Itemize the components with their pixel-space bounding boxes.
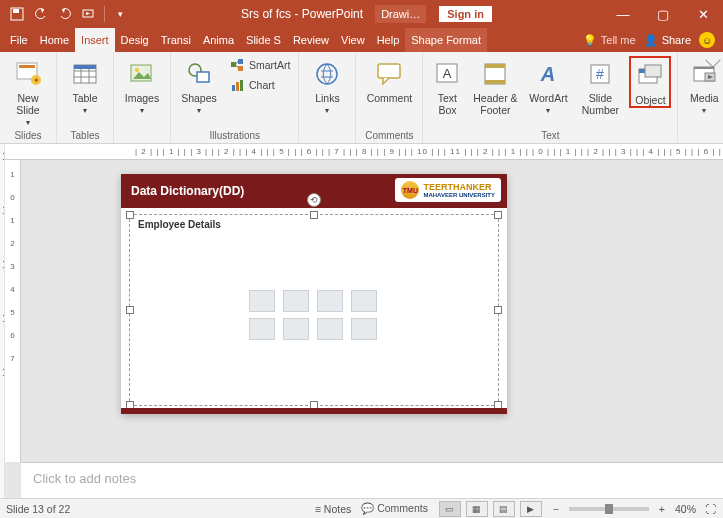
- group-illustrations-label: Illustrations: [177, 128, 292, 141]
- wordart-button[interactable]: A WordArt ▾: [525, 56, 571, 115]
- notes-pane[interactable]: Click to add notes: [21, 462, 723, 498]
- titlebar: ▾ Srs of fcs - PowerPoint Drawi… Sign in…: [0, 0, 723, 28]
- tab-home[interactable]: Home: [34, 28, 75, 52]
- fit-to-window-button[interactable]: ⛶: [706, 503, 717, 515]
- current-slide[interactable]: Data Dictionary(DD) TMU TEERTHANKERMAHAV…: [121, 174, 507, 414]
- vertical-ruler[interactable]: 101234567: [5, 160, 21, 462]
- insert-smartart-icon[interactable]: [317, 290, 343, 312]
- sign-in-button[interactable]: Sign in: [438, 5, 493, 23]
- zoom-out-button[interactable]: −: [553, 503, 559, 515]
- insert-table-icon[interactable]: [249, 290, 275, 312]
- object-button[interactable]: Object: [629, 56, 671, 108]
- notes-toggle[interactable]: ≡ Notes: [315, 503, 351, 515]
- selection-handle-mr[interactable]: [494, 306, 502, 314]
- tab-review[interactable]: Review: [287, 28, 335, 52]
- slide-counter[interactable]: Slide 13 of 22: [6, 503, 70, 515]
- window-controls: — ▢ ✕: [603, 0, 723, 28]
- smartart-icon: [229, 57, 245, 73]
- comments-toggle[interactable]: 💬 Comments: [361, 502, 428, 515]
- minimize-button[interactable]: —: [603, 0, 643, 28]
- tell-me-button[interactable]: 💡 Tell me: [583, 34, 636, 47]
- text-box-button[interactable]: A Text Box: [429, 56, 465, 116]
- undo-icon[interactable]: [30, 3, 52, 25]
- header-footer-button[interactable]: Header & Footer: [471, 56, 519, 116]
- close-button[interactable]: ✕: [683, 0, 723, 28]
- status-bar: Slide 13 of 22 ≡ Notes 💬 Comments ▭ ▦ ▤ …: [0, 498, 723, 518]
- reading-view-button[interactable]: ▤: [493, 501, 515, 517]
- media-button[interactable]: Media ▾: [684, 56, 723, 115]
- new-slide-button[interactable]: ✦ New Slide ▾: [6, 56, 50, 127]
- zoom-knob[interactable]: [605, 504, 613, 514]
- svg-rect-26: [378, 64, 400, 78]
- insert-icon-icon[interactable]: [351, 318, 377, 340]
- zoom-in-button[interactable]: +: [659, 503, 665, 515]
- chart-button[interactable]: Chart: [227, 76, 292, 94]
- insert-picture-icon[interactable]: [249, 318, 275, 340]
- document-title: Srs of fcs - PowerPoint: [241, 7, 363, 21]
- share-button[interactable]: 👤 Share: [644, 34, 691, 47]
- table-button[interactable]: Table ▾: [63, 56, 107, 115]
- tab-help[interactable]: Help: [371, 28, 406, 52]
- selection-handle-ml[interactable]: [126, 306, 134, 314]
- selection-handle-tl[interactable]: [126, 211, 134, 219]
- tab-slideshow[interactable]: Slide S: [240, 28, 287, 52]
- horizontal-ruler[interactable]: | 2 | | | 1 | | | 3 | | | 2 | | | 4 | | …: [5, 144, 723, 160]
- slide-canvas[interactable]: Data Dictionary(DD) TMU TEERTHANKERMAHAV…: [21, 160, 723, 462]
- slide-number-button[interactable]: # Slide Number: [577, 56, 623, 116]
- images-label: Images: [125, 92, 159, 104]
- editor-area: | 2 | | | 1 | | | 3 | | | 2 | | | 4 | | …: [5, 144, 723, 498]
- shapes-button[interactable]: Shapes ▾: [177, 56, 221, 115]
- slideshow-view-button[interactable]: ▶: [520, 501, 542, 517]
- quick-access-toolbar: ▾: [0, 3, 131, 25]
- chart-icon: [229, 77, 245, 93]
- svg-rect-19: [238, 66, 243, 71]
- placeholder-subtitle[interactable]: Employee Details: [138, 219, 221, 230]
- comment-button[interactable]: Comment: [362, 56, 416, 104]
- tab-transitions[interactable]: Transi: [155, 28, 197, 52]
- ribbon: ✦ New Slide ▾ Slides Table ▾ Tables Imag…: [0, 52, 723, 144]
- tab-view[interactable]: View: [335, 28, 371, 52]
- content-placeholder[interactable]: ⟲ Employee Details: [129, 214, 499, 406]
- logo-sub: MAHAVEER UNIVERSITY: [423, 192, 495, 198]
- save-icon[interactable]: [6, 3, 28, 25]
- object-icon: [634, 60, 666, 92]
- sorter-view-button[interactable]: ▦: [466, 501, 488, 517]
- chart-label: Chart: [249, 79, 275, 91]
- slide-number-icon: #: [584, 58, 616, 90]
- header-footer-label: Header & Footer: [471, 92, 519, 116]
- feedback-icon[interactable]: ☺: [699, 32, 715, 48]
- start-from-beginning-icon[interactable]: [78, 3, 100, 25]
- insert-online-picture-icon[interactable]: [283, 318, 309, 340]
- insert-3d-icon[interactable]: [351, 290, 377, 312]
- maximize-button[interactable]: ▢: [643, 0, 683, 28]
- wordart-icon: A: [532, 58, 564, 90]
- smartart-button[interactable]: SmartArt: [227, 56, 292, 74]
- table-icon: [69, 58, 101, 90]
- zoom-level[interactable]: 40%: [675, 503, 696, 515]
- svg-rect-17: [231, 62, 236, 67]
- tab-shape-format[interactable]: Shape Format: [405, 28, 487, 52]
- tab-file[interactable]: File: [4, 28, 34, 52]
- redo-icon[interactable]: [54, 3, 76, 25]
- placeholder-content-icons[interactable]: [249, 290, 379, 340]
- tab-animations[interactable]: Anima: [197, 28, 240, 52]
- rotate-handle[interactable]: ⟲: [307, 193, 321, 207]
- zoom-slider[interactable]: [569, 507, 649, 511]
- group-text-label: Text: [429, 128, 671, 141]
- normal-view-button[interactable]: ▭: [439, 501, 461, 517]
- links-button[interactable]: Links ▾: [305, 56, 349, 115]
- images-button[interactable]: Images ▾: [120, 56, 164, 115]
- insert-video-icon[interactable]: [317, 318, 343, 340]
- svg-rect-31: [485, 80, 505, 84]
- insert-chart-icon[interactable]: [283, 290, 309, 312]
- logo-badge: TMU: [401, 181, 419, 199]
- selection-handle-tr[interactable]: [494, 211, 502, 219]
- selection-handle-tm[interactable]: [310, 211, 318, 219]
- lightbulb-icon: 💡: [583, 34, 597, 47]
- new-slide-label: New Slide: [6, 92, 50, 116]
- contextual-tool-label: Drawi…: [375, 5, 426, 23]
- qat-customize-icon[interactable]: ▾: [109, 3, 131, 25]
- tab-insert[interactable]: Insert: [75, 28, 115, 52]
- svg-rect-16: [197, 72, 209, 82]
- tab-design[interactable]: Desig: [115, 28, 155, 52]
